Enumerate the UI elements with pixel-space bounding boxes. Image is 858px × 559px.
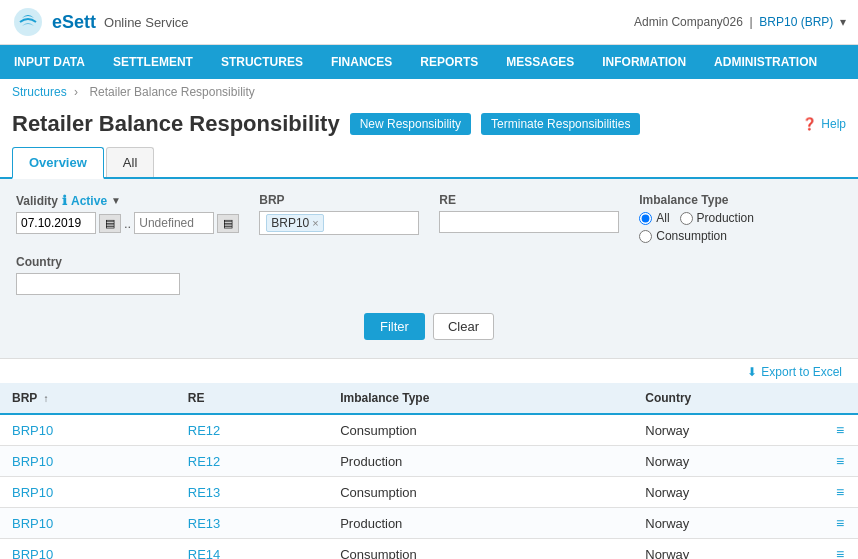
- brp-link[interactable]: BRP10: [12, 423, 53, 438]
- cell-imbalance: Production: [328, 508, 633, 539]
- terminate-responsibilities-button[interactable]: Terminate Responsibilities: [481, 113, 640, 135]
- row-menu-icon[interactable]: ≡: [836, 484, 844, 500]
- active-dropdown-arrow[interactable]: ▼: [111, 195, 121, 206]
- nav-settlement[interactable]: SETTLEMENT: [99, 45, 207, 79]
- nav-structures[interactable]: STRUCTURES: [207, 45, 317, 79]
- date-row: ▤ .. ▤: [16, 212, 239, 234]
- re-link[interactable]: RE12: [188, 423, 221, 438]
- cell-imbalance: Production: [328, 446, 633, 477]
- table-row: BRP10 RE12 Production Norway ≡: [0, 446, 858, 477]
- filter-area: Validity ℹ Active ▼ ▤ .. ▤ BRP BRP10 ×: [0, 179, 858, 359]
- imbalance-filter-group: Imbalance Type All Production: [639, 193, 754, 243]
- calendar-to-button[interactable]: ▤: [217, 214, 239, 233]
- nav-administration[interactable]: ADMINISTRATION: [700, 45, 831, 79]
- col-country: Country: [633, 383, 822, 414]
- breadcrumb-structures[interactable]: Structures: [12, 85, 67, 99]
- table-header-row: BRP ↑ RE Imbalance Type Country: [0, 383, 858, 414]
- nav-reports[interactable]: REPORTS: [406, 45, 492, 79]
- filter-button[interactable]: Filter: [364, 313, 425, 340]
- country-label: Country: [16, 255, 180, 269]
- table-row: BRP10 RE14 Consumption Norway ≡: [0, 539, 858, 560]
- cell-re: RE12: [176, 446, 328, 477]
- imbalance-label: Imbalance Type: [639, 193, 754, 207]
- cell-brp: BRP10: [0, 539, 176, 560]
- validity-label: Validity ℹ Active ▼: [16, 193, 239, 208]
- table-row: BRP10 RE13 Consumption Norway ≡: [0, 477, 858, 508]
- brp-link[interactable]: BRP10: [12, 516, 53, 531]
- brp-link[interactable]: BRP10: [12, 485, 53, 500]
- date-to-input[interactable]: [134, 212, 214, 234]
- filter-row-1: Validity ℹ Active ▼ ▤ .. ▤ BRP BRP10 ×: [16, 193, 842, 243]
- re-link[interactable]: RE14: [188, 547, 221, 560]
- validity-filter-group: Validity ℹ Active ▼ ▤ .. ▤: [16, 193, 239, 234]
- cell-brp: BRP10: [0, 414, 176, 446]
- logo-subtitle: Online Service: [104, 15, 189, 30]
- cell-imbalance: Consumption: [328, 539, 633, 560]
- export-icon: ⬇: [747, 365, 757, 379]
- brp-link[interactable]: BRP10: [12, 547, 53, 560]
- breadcrumb-separator: ›: [74, 85, 81, 99]
- nav-finances[interactable]: FINANCES: [317, 45, 406, 79]
- active-label: Active: [71, 194, 107, 208]
- col-brp[interactable]: BRP ↑: [0, 383, 176, 414]
- active-info-icon[interactable]: ℹ: [62, 193, 67, 208]
- imbalance-radio-row-1: All Production: [639, 211, 754, 225]
- brp-sort-icon: ↑: [43, 393, 48, 404]
- brp-tag-remove[interactable]: ×: [312, 217, 318, 229]
- table-row: BRP10 RE12 Consumption Norway ≡: [0, 414, 858, 446]
- nav-messages[interactable]: MESSAGES: [492, 45, 588, 79]
- page-title-area: Retailer Balance Responsibility New Resp…: [0, 105, 858, 147]
- re-filter-group: RE: [439, 193, 619, 233]
- breadcrumb-current: Retailer Balance Responsibility: [89, 85, 254, 99]
- new-responsibility-button[interactable]: New Responsibility: [350, 113, 471, 135]
- country-input[interactable]: [16, 273, 180, 295]
- user-name: Admin Company026: [634, 15, 743, 29]
- brp-link[interactable]: BRP10: [12, 454, 53, 469]
- row-menu-icon[interactable]: ≡: [836, 453, 844, 469]
- country-filter-group: Country: [16, 255, 180, 295]
- imbalance-all-input[interactable]: [639, 212, 652, 225]
- cell-country: Norway: [633, 446, 822, 477]
- nav-information[interactable]: INFORMATION: [588, 45, 700, 79]
- help-link[interactable]: ❓ Help: [802, 117, 846, 131]
- row-menu-icon[interactable]: ≡: [836, 515, 844, 531]
- cell-re: RE14: [176, 539, 328, 560]
- imbalance-consumption-input[interactable]: [639, 230, 652, 243]
- re-link[interactable]: RE13: [188, 485, 221, 500]
- brp-label: BRP: [259, 193, 419, 207]
- re-link[interactable]: RE13: [188, 516, 221, 531]
- imbalance-all-radio[interactable]: All: [639, 211, 669, 225]
- row-menu-icon[interactable]: ≡: [836, 546, 844, 559]
- main-nav: INPUT DATA SETTLEMENT STRUCTURES FINANCE…: [0, 45, 858, 79]
- calendar-from-button[interactable]: ▤: [99, 214, 121, 233]
- brp-tag: BRP10 ×: [266, 214, 323, 232]
- tab-overview[interactable]: Overview: [12, 147, 104, 179]
- imbalance-consumption-radio[interactable]: Consumption: [639, 229, 727, 243]
- cell-country: Norway: [633, 414, 822, 446]
- logo-area: eSett Online Service: [12, 6, 189, 38]
- re-input[interactable]: [439, 211, 619, 233]
- export-to-excel-link[interactable]: ⬇ Export to Excel: [747, 365, 842, 379]
- col-re: RE: [176, 383, 328, 414]
- cell-imbalance: Consumption: [328, 414, 633, 446]
- tab-all[interactable]: All: [106, 147, 154, 177]
- nav-input-data[interactable]: INPUT DATA: [0, 45, 99, 79]
- table-row: BRP10 RE13 Production Norway ≡: [0, 508, 858, 539]
- cell-actions: ≡: [822, 539, 858, 560]
- col-actions: [822, 383, 858, 414]
- imbalance-production-radio[interactable]: Production: [680, 211, 754, 225]
- clear-button[interactable]: Clear: [433, 313, 494, 340]
- page-title: Retailer Balance Responsibility: [12, 111, 340, 137]
- col-imbalance: Imbalance Type: [328, 383, 633, 414]
- date-from-input[interactable]: [16, 212, 96, 234]
- top-header: eSett Online Service Admin Company026 | …: [0, 0, 858, 45]
- row-menu-icon[interactable]: ≡: [836, 422, 844, 438]
- cell-brp: BRP10: [0, 446, 176, 477]
- imbalance-production-input[interactable]: [680, 212, 693, 225]
- user-brp-link[interactable]: BRP10 (BRP): [759, 15, 833, 29]
- cell-re: RE13: [176, 477, 328, 508]
- imbalance-radio-row-2: Consumption: [639, 229, 754, 243]
- re-link[interactable]: RE12: [188, 454, 221, 469]
- export-row: ⬇ Export to Excel: [0, 359, 858, 383]
- brp-tag-input[interactable]: BRP10 ×: [259, 211, 419, 235]
